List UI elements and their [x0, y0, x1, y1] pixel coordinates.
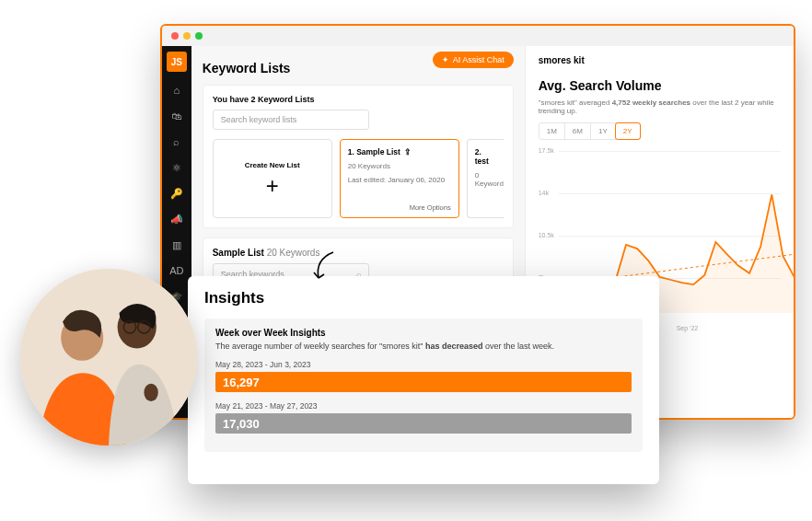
ytick: 10.5k — [539, 232, 554, 238]
chart-title: Avg. Search Volume — [539, 78, 781, 93]
lists-card: You have 2 Keyword Lists Search keyword … — [203, 85, 514, 228]
ai-assist-label: AI Assist Chat — [453, 55, 505, 64]
insights-title: Insights — [204, 289, 643, 307]
range-6m[interactable]: 6M — [565, 123, 591, 139]
more-options-button[interactable]: More Options — [410, 203, 451, 212]
megaphone-icon[interactable]: 📣 — [169, 212, 184, 226]
share-icon: ⇪ — [404, 147, 412, 156]
bars-icon[interactable]: ▥ — [169, 237, 184, 252]
create-list-card[interactable]: Create New List + — [213, 139, 332, 218]
search-lists-input[interactable]: Search keyword lists — [213, 110, 369, 130]
insights-header: Week over Week Insights — [215, 328, 632, 338]
window-title-bar — [162, 26, 794, 46]
range-1m[interactable]: 1M — [539, 123, 565, 139]
table-name: Sample List — [213, 248, 264, 258]
search-placeholder: Search keyword lists — [221, 115, 297, 124]
bar-label: May 21, 2023 - May 27, 2023 — [215, 401, 632, 411]
bar-label: May 28, 2023 - Jun 3, 2023 — [215, 360, 632, 369]
key-icon[interactable]: 🔑 — [169, 186, 184, 201]
ytick: 17.5k — [539, 147, 554, 154]
maximize-icon[interactable] — [195, 32, 203, 40]
list-name: 1. Sample List — [348, 147, 400, 156]
graph-icon[interactable]: ⚛ — [169, 160, 184, 175]
lists-count-text: You have 2 Keyword Lists — [213, 95, 504, 104]
search-icon[interactable]: ⌕ — [169, 134, 184, 149]
ad-icon[interactable]: AD — [169, 263, 184, 278]
range-2y[interactable]: 2Y — [615, 122, 641, 140]
list-name: 2. test — [475, 147, 496, 166]
sparkle-icon: ✦ — [442, 55, 449, 64]
svg-point-6 — [144, 384, 157, 401]
plus-icon: + — [266, 175, 279, 197]
insights-text: The average number of weekly searches fo… — [215, 342, 632, 351]
chart-summary: "smores kit" averaged 4,752 weekly searc… — [539, 98, 781, 115]
insight-bar-current: May 28, 2023 - Jun 3, 2023 16,297 — [215, 360, 632, 392]
close-icon[interactable] — [171, 32, 179, 40]
insights-panel: Insights Week over Week Insights The ave… — [188, 276, 659, 484]
bar-value: 16,297 — [215, 372, 632, 392]
range-1y[interactable]: 1Y — [591, 123, 616, 139]
minimize-icon[interactable] — [183, 32, 191, 40]
list-edited: Last edited: January 06, 2020 — [348, 176, 451, 184]
ytick: 14k — [539, 190, 549, 196]
xtick: Sep '22 — [677, 325, 699, 331]
range-selector[interactable]: 1M 6M 1Y 2Y — [539, 122, 641, 140]
bag-icon[interactable]: 🛍 — [169, 109, 184, 123]
keyword-title: smores kit — [539, 55, 781, 65]
table-header: Sample List 20 Keywords — [213, 248, 504, 258]
list-kw-count: 20 Keywords — [348, 162, 451, 170]
home-icon[interactable]: ⌂ — [169, 83, 184, 98]
create-list-label: Create New List — [245, 161, 300, 169]
list-card-test[interactable]: 2. test 0 Keywords — [467, 139, 504, 218]
bar-value: 17,030 — [215, 413, 632, 434]
list-card-sample[interactable]: 1. Sample List ⇪ 20 Keywords Last edited… — [340, 139, 459, 218]
people-avatar — [20, 269, 197, 446]
app-logo: JS — [167, 52, 187, 72]
list-kw-count: 0 Keywords — [475, 171, 496, 188]
insight-bar-previous: May 21, 2023 - May 27, 2023 17,030 — [215, 401, 632, 434]
ai-assist-button[interactable]: ✦ AI Assist Chat — [433, 52, 514, 68]
arrow-icon — [306, 249, 342, 285]
